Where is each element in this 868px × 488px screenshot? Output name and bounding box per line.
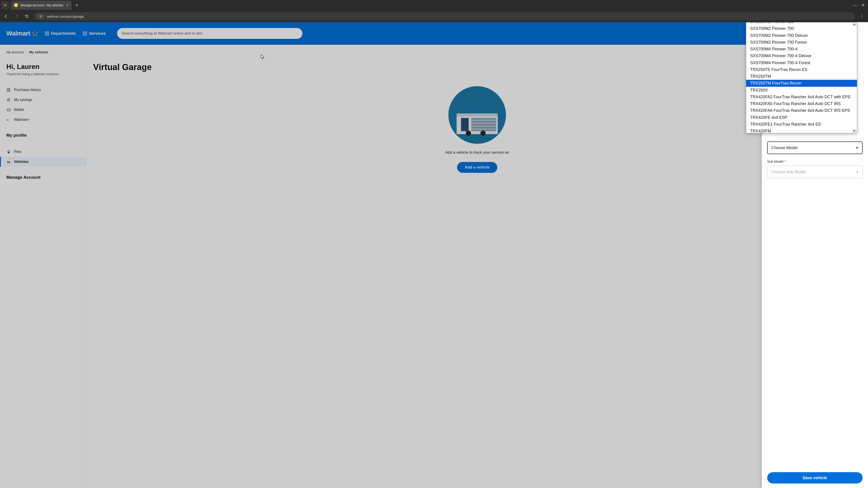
sidebar: Hi, Lauren Thanks for being a Walmart cu… bbox=[0, 45, 86, 488]
sidebar-item-label: Purchase history bbox=[14, 88, 41, 92]
chevron-down-icon bbox=[4, 4, 7, 7]
walmart-logo[interactable]: Walmart bbox=[6, 30, 38, 37]
svg-rect-25 bbox=[457, 113, 498, 117]
model-option-list[interactable]: SXS520M2 Pioneer 520SXS700M2 Pioneer 700… bbox=[746, 22, 857, 133]
site-header: Walmart Departments Services Search ever… bbox=[0, 22, 868, 45]
page: Walmart Departments Services Search ever… bbox=[0, 22, 868, 488]
svg-point-32 bbox=[466, 131, 471, 136]
sidebar-item-wallet[interactable]: Wallet bbox=[6, 105, 86, 115]
save-vehicle-button[interactable]: Save vehicle bbox=[767, 472, 863, 484]
services-icon bbox=[83, 31, 87, 36]
model-option[interactable]: TRX250TE FourTrax Recon ES bbox=[746, 66, 857, 73]
tab-strip: Manage Account - My vehicles × + — ✕ bbox=[0, 0, 868, 10]
tab-title: Manage Account - My vehicles bbox=[20, 3, 63, 7]
sidebar-item-label: My savings bbox=[14, 98, 32, 102]
services-link[interactable]: Services bbox=[83, 31, 106, 36]
svg-point-0 bbox=[862, 14, 862, 15]
paw-icon bbox=[6, 150, 11, 154]
model-option[interactable]: SXS700M4 Pioneer 700-4 Deluxe bbox=[746, 53, 857, 59]
model-select[interactable]: Choose Model ▼ bbox=[767, 141, 863, 154]
svg-rect-26 bbox=[461, 118, 469, 131]
listbox-scroll-up-icon[interactable]: ▲ bbox=[852, 23, 857, 26]
chevron-down-icon: ▼ bbox=[856, 170, 859, 174]
reload-icon bbox=[25, 14, 29, 19]
arrow-right-icon bbox=[14, 14, 19, 19]
sidebar-heading-my-profile: My profile bbox=[6, 133, 86, 138]
add-vehicle-button[interactable]: Add a vehicle bbox=[457, 162, 497, 173]
walmart-favicon bbox=[14, 3, 18, 7]
address-bar: walmart.com/acc/garage bbox=[0, 10, 868, 22]
svg-rect-6 bbox=[48, 34, 49, 35]
svg-rect-8 bbox=[86, 32, 87, 33]
departments-label: Departments bbox=[51, 31, 76, 36]
breadcrumb-root[interactable]: My account bbox=[6, 50, 24, 54]
model-option[interactable]: TRX250TM FourTrax Recon bbox=[746, 80, 857, 87]
search-placeholder: Search everything at Walmart online and … bbox=[122, 31, 203, 36]
model-option[interactable]: SXS700M4 Pioneer 700-4 bbox=[746, 46, 857, 53]
model-option[interactable]: SXS520M2 Pioneer 520 bbox=[746, 22, 857, 25]
search-input[interactable]: Search everything at Walmart online and … bbox=[117, 28, 303, 39]
greeting-sub: Thanks for being a Walmart customer bbox=[6, 72, 86, 76]
model-option[interactable]: TRX420FE1 FourTrax Rancher 4x4 ES bbox=[746, 121, 857, 128]
logo-text: Walmart bbox=[6, 30, 30, 37]
minimize-icon[interactable]: — bbox=[853, 3, 857, 8]
model-option[interactable]: SXS700M2 Pioneer 700 bbox=[746, 25, 857, 32]
listbox-scroll-down-icon[interactable]: ▼ bbox=[852, 129, 857, 133]
svg-point-22 bbox=[9, 162, 10, 163]
sidebar-heading-manage-account: Manage Account bbox=[6, 175, 86, 180]
url-text: walmart.com/acc/garage bbox=[47, 14, 84, 18]
departments-link[interactable]: Departments bbox=[45, 31, 76, 36]
svg-point-17 bbox=[7, 151, 8, 151]
model-option[interactable]: TRX420FA2 FourTrax Rancher 4x4 Auto DCT … bbox=[746, 94, 857, 100]
model-option[interactable]: TRX420FM bbox=[746, 128, 857, 133]
model-option[interactable]: SXS700M2 Pioneer 700 Deluxe bbox=[746, 32, 857, 39]
walmart-plus-icon: w+ bbox=[6, 118, 11, 122]
site-info-icon[interactable] bbox=[37, 13, 44, 19]
submodel-select[interactable]: Choose Sub Model ▼ bbox=[767, 166, 863, 178]
sidebar-item-my-savings[interactable]: My savings bbox=[6, 95, 86, 105]
model-option[interactable]: TRX250TM bbox=[746, 73, 857, 80]
model-option[interactable]: TRX420FE 4x4 ESP bbox=[746, 114, 857, 121]
site-body: My account / My vehicles Hi, Lauren Than… bbox=[0, 45, 868, 488]
browser-menu-button[interactable] bbox=[859, 13, 865, 20]
sidebar-item-label: Pets bbox=[14, 150, 21, 154]
svg-rect-10 bbox=[86, 34, 87, 35]
services-label: Services bbox=[89, 31, 106, 36]
reload-button[interactable] bbox=[24, 13, 30, 20]
wallet-icon bbox=[6, 107, 11, 112]
model-option[interactable]: TRX420FA5 FourTrax Rancher 4x4 Auto DCT … bbox=[746, 100, 857, 107]
svg-point-2 bbox=[862, 17, 862, 18]
sidebar-item-pets[interactable]: Pets bbox=[6, 147, 86, 157]
close-tab-icon[interactable]: × bbox=[66, 3, 68, 7]
url-field[interactable]: walmart.com/acc/garage bbox=[34, 12, 855, 20]
model-option[interactable]: TRX420FA6 FourTrax Rancher 4x4 Auto DCT … bbox=[746, 107, 857, 114]
back-button[interactable] bbox=[3, 13, 9, 20]
svg-rect-4 bbox=[48, 32, 49, 33]
model-option[interactable]: TRX250X bbox=[746, 87, 857, 94]
svg-point-18 bbox=[8, 151, 9, 151]
sidebar-item-purchase-history[interactable]: Purchase history bbox=[6, 85, 86, 95]
browser-tab[interactable]: Manage Account - My vehicles × bbox=[11, 1, 72, 10]
submodel-field-label: Sub Model * bbox=[767, 160, 863, 163]
submodel-select-label: Choose Sub Model bbox=[771, 170, 806, 174]
savings-icon bbox=[6, 98, 11, 102]
garage-illustration bbox=[448, 86, 506, 144]
sidebar-item-vehicles[interactable]: Vehicles bbox=[0, 157, 86, 167]
model-option[interactable]: SXS700M4 Pioneer 700-4 Forest bbox=[746, 59, 857, 66]
svg-point-14 bbox=[9, 110, 10, 110]
tab-search-button[interactable] bbox=[1, 1, 9, 9]
arrow-left-icon bbox=[4, 14, 8, 19]
breadcrumb: My account / My vehicles bbox=[6, 50, 48, 54]
forward-button[interactable] bbox=[13, 13, 20, 20]
mouse-cursor bbox=[261, 55, 265, 59]
sidebar-item-walmart-plus[interactable]: w+ Walmart+ bbox=[6, 115, 86, 125]
close-window-icon[interactable]: ✕ bbox=[862, 3, 865, 8]
breadcrumb-sep: / bbox=[26, 50, 27, 54]
model-option[interactable]: SXS700M2 Pioneer 700 Forest bbox=[746, 39, 857, 46]
svg-text:w: w bbox=[6, 119, 8, 121]
new-tab-button[interactable]: + bbox=[73, 2, 80, 8]
model-dropdown-listbox: ▲ SXS520M2 Pioneer 520SXS700M2 Pioneer 7… bbox=[746, 22, 857, 133]
breadcrumb-current: My vehicles bbox=[29, 50, 48, 54]
svg-point-19 bbox=[9, 151, 10, 151]
svg-point-21 bbox=[8, 162, 8, 163]
